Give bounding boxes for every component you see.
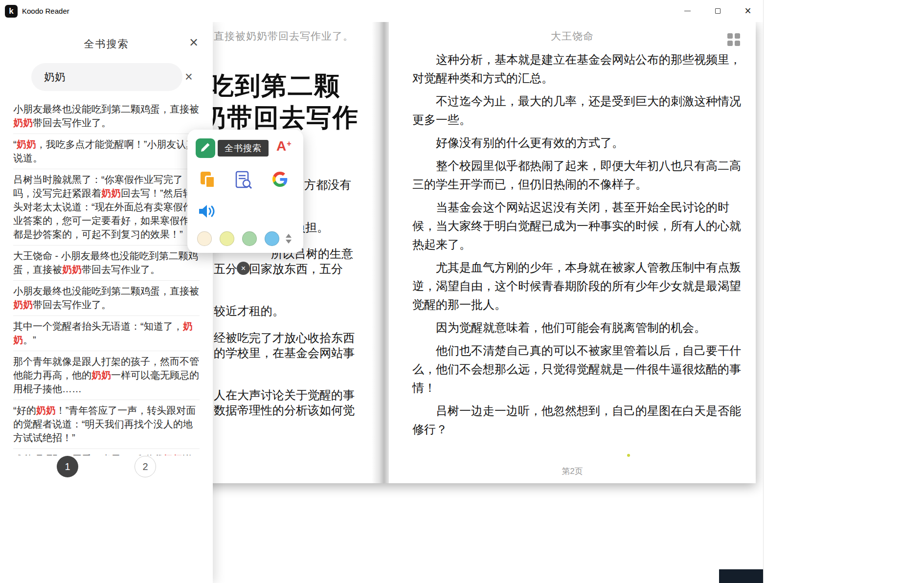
book-paragraph: 当基金会这个网站迟迟没有关闭，甚至开始全民讨论的时候，当大家终于明白觉醒已成为一… — [412, 198, 744, 254]
search-result-text: “好的 — [13, 405, 36, 416]
highlight-color-dot-2[interactable] — [220, 231, 234, 246]
book-paragraph: 这种分析，基本就是建立在基金会网站公布的那些视频里，对觉醒种类和方式的汇总。 — [412, 50, 744, 88]
dict-search-button[interactable] — [235, 171, 252, 191]
search-tooltip: 全书搜索 — [218, 140, 269, 157]
search-keyword-highlight: 奶奶 — [163, 454, 183, 455]
highlight-color-dot-3[interactable] — [242, 231, 257, 246]
page-number-footer: 第2页 — [389, 466, 756, 477]
maximize-icon — [715, 8, 721, 14]
search-result-text: ，我吃多点才能觉醒啊！”小朋友认真说道。 — [13, 139, 196, 163]
grid-square — [727, 41, 733, 46]
search-panel-title: 全书搜索 — [0, 37, 213, 51]
highlight-color-row — [197, 231, 292, 246]
book-paragraph: 尤其是血气方刚的少年，本身就在被家人管教压制中有点叛逆，渴望自由，这个时候青春期… — [412, 258, 744, 314]
tts-button[interactable] — [198, 204, 216, 221]
left-page-fragment: 较近才租的。 — [214, 303, 284, 319]
app-window: k Koodo Reader × 直接被奶奶带回去写作业了。 能吃到第二颗 奶带… — [0, 0, 764, 583]
grid-square — [727, 33, 733, 39]
search-result-text: 。” — [23, 335, 36, 345]
google-search-button[interactable] — [272, 172, 288, 189]
search-input[interactable] — [44, 71, 185, 84]
highlight-pen-button[interactable] — [196, 138, 215, 158]
search-result-text: 其中一个觉醒者抬头无语道：“知道了， — [13, 321, 183, 332]
left-page-fragment: 的学校里，在基金会网站事 — [214, 345, 355, 361]
font-size-button[interactable]: A+ — [276, 138, 291, 154]
search-result-item[interactable]: 小朋友最终也没能吃到第二颗鸡蛋，直接被奶奶带回去写作业了。 — [13, 281, 200, 316]
bottom-right-dark-box — [719, 569, 764, 583]
right-page-body: 这种分析，基本就是建立在基金会网站公布的那些视频里，对觉醒种类和方式的汇总。不过… — [412, 50, 744, 443]
search-keyword-highlight: 奶奶 — [17, 139, 36, 150]
koodo-logo-icon: k — [5, 5, 18, 18]
minimize-icon — [684, 11, 691, 11]
search-result-text: 成秋巧环顾四周看了半天：“难道我 — [13, 454, 163, 455]
search-result-text: 小朋友最终也没能吃到第二颗鸡蛋，直接被 — [13, 104, 199, 114]
search-result-text: 带回去写作业了。 — [33, 299, 111, 310]
left-page-fragment: 数据帝理性的分析该如何觉 — [214, 403, 355, 418]
search-panel-close-button[interactable]: × — [189, 35, 198, 50]
minimize-button[interactable] — [672, 0, 702, 22]
clear-search-button[interactable]: × — [185, 70, 193, 84]
speaker-icon — [198, 212, 216, 220]
search-result-item[interactable]: “奶奶，我吃多点才能觉醒啊！”小朋友认真说道。 — [13, 134, 200, 169]
book-paragraph: 因为觉醒就意味着，他们可能会有脱离管制的机会。 — [412, 318, 744, 337]
right-page: 大王饶命 这种分析，基本就是建立在基金会网站公布的那些视频里，对觉醒种类和方式的… — [389, 22, 756, 483]
dict-search-icon — [235, 182, 252, 191]
search-result-item[interactable]: 其中一个觉醒者抬头无语道：“知道了，奶奶。” — [13, 316, 200, 351]
search-keyword-highlight: 奶奶 — [36, 405, 56, 416]
left-page-fragment: 人在大声讨论关于觉醒的事 — [214, 387, 355, 403]
highlight-color-dots — [197, 231, 279, 246]
app-title: Koodo Reader — [22, 7, 69, 15]
close-icon: × — [744, 5, 751, 17]
font-size-icon: A — [276, 138, 286, 154]
highlight-color-dot-4[interactable] — [265, 231, 279, 246]
highlight-pen-icon — [200, 141, 211, 155]
page-layout-grid-icon[interactable] — [727, 33, 741, 47]
search-result-text: 带回去写作业了。 — [82, 264, 160, 275]
search-result-item[interactable]: 那个青年就像是跟人打架的孩子，然而不管他能力再高，他的奶奶一样可以毫无顾忌的用棍… — [13, 351, 200, 400]
search-result-item[interactable]: 大王饶命 - 小朋友最终也没能吃到第二颗鸡蛋，直接被奶奶带回去写作业了。 — [13, 246, 200, 281]
search-keyword-highlight: 奶奶 — [13, 117, 33, 128]
book-title-header: 大王饶命 — [389, 29, 756, 43]
search-result-text: 带回去写作业了。 — [33, 117, 111, 128]
book-paragraph: 好像没有别的什么更有效的方式了。 — [412, 134, 744, 152]
search-keyword-highlight: 奶奶 — [13, 299, 33, 310]
search-keyword-highlight: 奶奶 — [101, 188, 121, 199]
search-result-item[interactable]: 吕树当时脸就黑了：“你寒假作业写完了吗，没写完赶紧跟着奶奶回去写！”然后转头对老… — [13, 169, 200, 246]
search-keyword-highlight: 奶奶 — [91, 370, 111, 381]
chevron-down-icon — [286, 240, 292, 244]
search-results-list: 小朋友最终也没能吃到第二颗鸡蛋，直接被奶奶带回去写作业了。“奶奶，我吃多点才能觉… — [13, 99, 200, 455]
copy-button[interactable] — [201, 172, 217, 189]
pagination-page-1[interactable]: 1 — [57, 456, 78, 477]
search-result-item[interactable]: 小朋友最终也没能吃到第二颗鸡蛋，直接被奶奶带回去写作业了。 — [13, 99, 200, 134]
left-page-fragment: 经被吃完了才放心收拾东西 — [214, 330, 355, 346]
titlebar: k Koodo Reader × — [0, 0, 763, 22]
left-page-fragment: 五分钟回家放东西，五分 — [214, 261, 343, 277]
maximize-button[interactable] — [702, 0, 733, 22]
search-result-text: “ — [13, 139, 17, 150]
google-icon — [272, 180, 288, 188]
search-result-item[interactable]: “好的奶奶！”青年答应了一声，转头跟对面的觉醒者说道：“明天我们再找个没人的地方… — [13, 400, 200, 449]
left-page-fragment: 方都没有 — [304, 177, 351, 193]
color-stepper[interactable] — [286, 234, 292, 244]
plus-icon: + — [287, 139, 291, 148]
annotation-dot — [627, 454, 630, 457]
search-keyword-highlight: 奶奶 — [62, 264, 82, 275]
book-paragraph: 他们也不清楚自己真的可以不被家里管着以后，自己要干什么，他们不会想那么远，只觉得… — [412, 341, 744, 397]
left-page-header: 直接被奶奶带回去写作业了。 — [214, 29, 354, 43]
window-controls: × — [672, 0, 763, 22]
search-input-wrapper: × — [31, 63, 182, 91]
book-paragraph: 不过迄今为止，最大的几率，还是受到巨大的刺激这种情况更多一些。 — [412, 92, 744, 129]
close-button[interactable]: × — [733, 0, 763, 22]
grid-square — [735, 41, 740, 46]
highlight-color-dot-1[interactable] — [197, 231, 212, 246]
grid-square — [735, 33, 740, 39]
chevron-up-icon — [286, 234, 292, 238]
search-result-text: 小朋友最终也没能吃到第二颗鸡蛋，直接被 — [13, 286, 199, 296]
pagination: 1 2 — [0, 456, 213, 477]
pagination-page-2[interactable]: 2 — [135, 456, 156, 477]
search-panel: 全书搜索 × × 小朋友最终也没能吃到第二颗鸡蛋，直接被奶奶带回去写作业了。“奶… — [0, 22, 213, 583]
selection-close-button[interactable]: × — [237, 262, 250, 275]
book-paragraph: 吕树一边走一边听，他忽然想到，自己的星图在白天是否能修行？ — [412, 402, 744, 439]
search-result-item[interactable]: 成秋巧环顾四周看了半天：“难道我奶奶说的是真的？” — [13, 449, 200, 455]
book-paragraph: 整个校园里似乎都热闹了起来，即便大年初八也只有高二高三的学生开学而已，但仍旧热闹… — [412, 157, 744, 194]
